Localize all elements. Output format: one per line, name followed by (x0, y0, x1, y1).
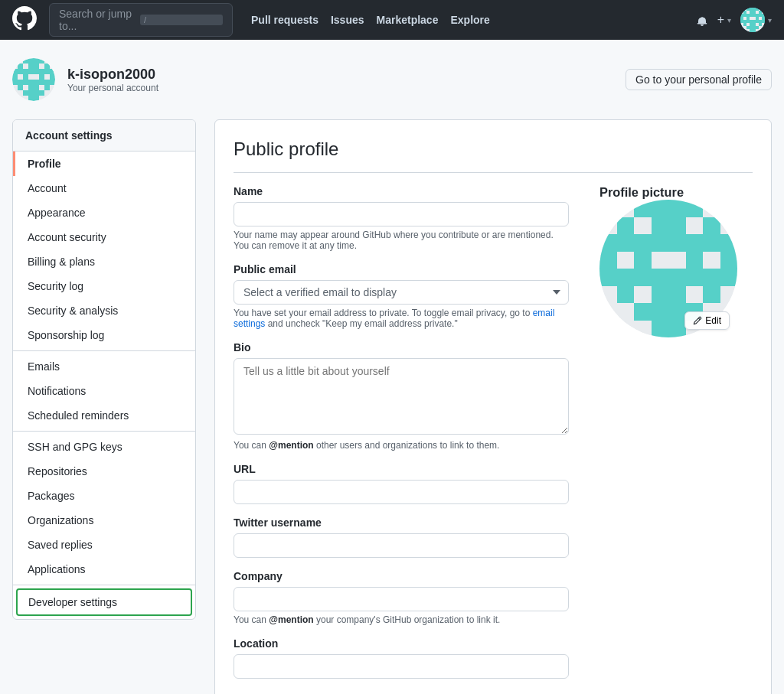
bio-textarea[interactable] (234, 358, 569, 435)
sidebar-divider (13, 350, 195, 351)
url-label: URL (234, 463, 569, 475)
sidebar-item-billing[interactable]: Billing & plans (13, 249, 195, 274)
user-menu-chevron: ▾ (768, 16, 772, 24)
location-input[interactable] (234, 654, 569, 679)
sidebar-item-developer-settings[interactable]: Developer settings (16, 588, 192, 616)
email-label: Public email (234, 263, 569, 275)
name-field-group: Name Your name may appear around GitHub … (234, 185, 569, 251)
email-settings-link[interactable]: email settings (234, 308, 554, 329)
twitter-input[interactable] (234, 533, 569, 558)
sidebar-item-applications[interactable]: Applications (13, 557, 195, 582)
sidebar-item-ssh-gpg[interactable]: SSH and GPG keys (13, 435, 195, 459)
sidebar-item-profile[interactable]: Profile (13, 152, 195, 176)
profile-info: k-isopon2000 Your personal account (67, 67, 158, 93)
search-kbd: / (140, 15, 223, 25)
top-navigation: Search or jump to... / Pull requests Iss… (0, 0, 784, 40)
topnav-marketplace[interactable]: Marketplace (377, 14, 439, 26)
topnav-right: + ▾ ▾ (696, 8, 772, 32)
page-title: Public profile (234, 138, 753, 173)
profile-account-type: Your personal account (67, 83, 158, 93)
form-layout: Name Your name may appear around GitHub … (234, 185, 753, 691)
sidebar-item-organizations[interactable]: Organizations (13, 508, 195, 533)
topnav-issues[interactable]: Issues (331, 14, 364, 26)
sidebar-item-packages[interactable]: Packages (13, 484, 195, 508)
pencil-icon (693, 316, 702, 325)
sidebar-item-security-log[interactable]: Security log (13, 274, 195, 298)
sidebar-item-saved-replies[interactable]: Saved replies (13, 533, 195, 557)
sidebar-item-security-analysis[interactable]: Security & analysis (13, 298, 195, 323)
edit-profile-picture-button[interactable]: Edit (684, 311, 730, 330)
sidebar-item-account[interactable]: Account (13, 176, 195, 200)
edit-button-label: Edit (705, 315, 721, 326)
location-label: Location (234, 637, 569, 650)
topnav-pull-requests[interactable]: Pull requests (251, 14, 318, 26)
sidebar-item-repositories[interactable]: Repositories (13, 459, 195, 484)
profile-avatar (12, 58, 55, 101)
company-field-group: Company You can @mention your company's … (234, 570, 569, 625)
email-help: You have set your email address to priva… (234, 308, 569, 329)
email-select[interactable]: Select a verified email to display (234, 280, 569, 305)
goto-profile-button[interactable]: Go to your personal profile (626, 69, 772, 90)
url-input[interactable] (234, 480, 569, 504)
company-input[interactable] (234, 587, 569, 611)
search-placeholder-text: Search or jump to... (59, 8, 134, 32)
main-content: Public profile Name Your name may appear… (214, 119, 772, 694)
user-avatar (740, 8, 765, 32)
profile-picture-heading: Profile picture (599, 185, 753, 200)
form-left: Name Your name may appear around GitHub … (234, 185, 569, 691)
url-field-group: URL (234, 463, 569, 504)
sidebar-heading: Account settings (13, 120, 195, 152)
create-new-button[interactable]: + ▾ (717, 13, 731, 27)
name-label: Name (234, 185, 569, 197)
profile-username: k-isopon2000 (67, 67, 158, 83)
name-help: Your name may appear around GitHub where… (234, 230, 569, 251)
bio-help: You can @mention other users and organiz… (234, 440, 569, 451)
sidebar-divider-3 (13, 585, 195, 585)
company-help: You can @mention your company's GitHub o… (234, 614, 569, 625)
github-logo-icon (12, 6, 37, 34)
email-field-group: Public email Select a verified email to … (234, 263, 569, 329)
sidebar-item-appearance[interactable]: Appearance (13, 200, 195, 225)
chevron-icon: ▾ (727, 16, 731, 24)
twitter-label: Twitter username (234, 516, 569, 529)
profile-picture-section: Profile picture Edit (599, 185, 753, 691)
topnav-explore[interactable]: Explore (450, 14, 489, 26)
sidebar-item-account-security[interactable]: Account security (13, 225, 195, 249)
plus-icon: + (717, 13, 724, 27)
content-area: Account settings Profile Account Appeara… (12, 119, 772, 694)
sidebar-item-sponsorship-log[interactable]: Sponsorship log (13, 323, 195, 347)
profile-picture-container: Edit (599, 200, 737, 337)
sidebar: Account settings Profile Account Appeara… (12, 119, 196, 620)
user-menu[interactable]: ▾ (740, 8, 772, 32)
sidebar-divider-2 (13, 431, 195, 432)
bio-field-group: Bio You can @mention other users and org… (234, 341, 569, 451)
bio-label: Bio (234, 341, 569, 354)
notifications-button[interactable] (696, 14, 708, 26)
twitter-field-group: Twitter username (234, 516, 569, 558)
location-field-group: Location (234, 637, 569, 679)
sidebar-item-emails[interactable]: Emails (13, 354, 195, 379)
sidebar-item-notifications[interactable]: Notifications (13, 379, 195, 403)
name-input[interactable] (234, 202, 569, 226)
profile-header: k-isopon2000 Your personal account Go to… (12, 58, 772, 101)
sidebar-item-scheduled-reminders[interactable]: Scheduled reminders (13, 403, 195, 428)
topnav-links: Pull requests Issues Marketplace Explore (251, 14, 490, 26)
search-bar[interactable]: Search or jump to... / (49, 3, 233, 37)
company-label: Company (234, 570, 569, 582)
